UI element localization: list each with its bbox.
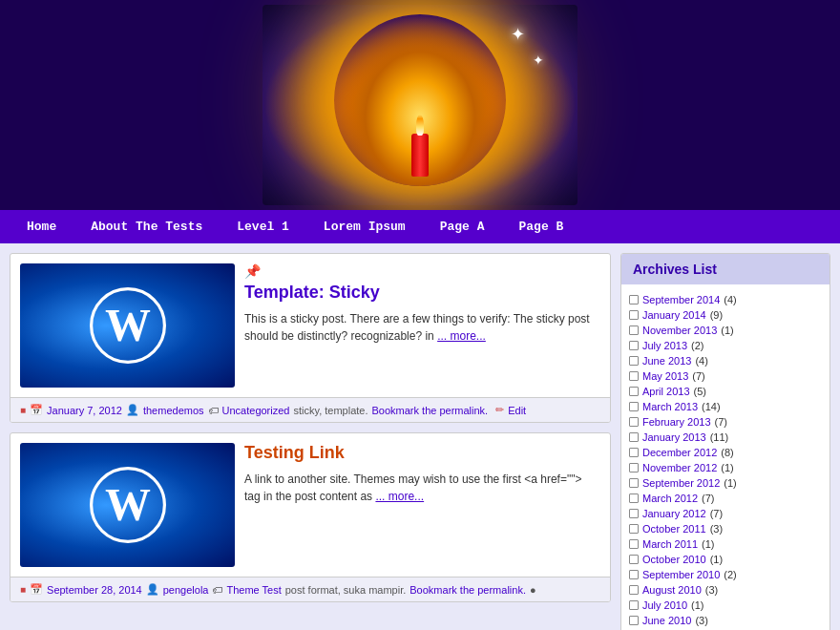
archive-list-item: February 2013 (7): [629, 414, 822, 430]
svg-text:W: W: [105, 479, 151, 530]
archive-link[interactable]: April 2013: [642, 386, 690, 397]
content-wrap: W 📌 Template: Sticky This is a sticky po…: [0, 243, 840, 630]
sticky-pin: 📌: [244, 263, 600, 279]
post-excerpt-2: A link to another site. Themes may wish …: [244, 471, 600, 505]
post-date-1[interactable]: January 7, 2012: [47, 405, 122, 416]
post-title-1[interactable]: Template: Sticky: [244, 283, 600, 303]
edit-link-1[interactable]: Edit: [508, 405, 526, 416]
meta-bullet-2: ●: [530, 584, 536, 596]
calendar-icon: [629, 326, 639, 335]
archive-list-item: June 2013 (4): [629, 353, 822, 368]
read-more-1[interactable]: ... more...: [437, 329, 486, 343]
archive-link[interactable]: March 2011: [642, 538, 698, 550]
archive-link[interactable]: January 2014: [642, 309, 706, 321]
meta-tags-2: post format, suka mampir.: [285, 584, 407, 596]
archive-link[interactable]: November 2012: [642, 462, 717, 473]
candle-flame: [416, 115, 424, 136]
archive-link[interactable]: August 2010: [642, 584, 702, 596]
post-testing-link: W Testing Link A link to another site. T…: [10, 432, 611, 602]
archive-link[interactable]: October 2010: [642, 554, 706, 565]
archive-link[interactable]: May 2013: [642, 370, 688, 382]
archive-list-item: July 2010 (1): [629, 598, 822, 613]
archive-count: (14): [702, 401, 721, 412]
archive-count: (1): [710, 554, 723, 565]
post-date-2[interactable]: September 28, 2014: [47, 584, 142, 596]
archive-list-item: December 2012 (8): [629, 445, 822, 460]
nav-item-pagea[interactable]: Page A: [423, 210, 502, 243]
read-more-2[interactable]: ... more...: [375, 490, 424, 503]
post-inner: W 📌 Template: Sticky This is a sticky po…: [10, 254, 610, 397]
post-title-2[interactable]: Testing Link: [244, 443, 600, 463]
calendar-icon: [629, 478, 639, 488]
meta-cal-2: 📅: [30, 583, 43, 596]
archive-count: (8): [721, 447, 733, 458]
archive-link[interactable]: July 2013: [642, 340, 687, 351]
candle-body: [411, 134, 429, 177]
archive-link[interactable]: March 2012: [642, 493, 698, 504]
post-bookmark-1[interactable]: Bookmark the permalink.: [372, 405, 489, 416]
wordpress-logo: W: [90, 287, 166, 364]
header-image: ✦ ✦: [262, 5, 578, 205]
archive-link[interactable]: March 2013: [642, 401, 698, 412]
archive-link[interactable]: December 2012: [642, 447, 717, 458]
archive-link[interactable]: September 2014: [642, 294, 720, 305]
archive-link[interactable]: January 2012: [642, 508, 706, 519]
post-bookmark-2[interactable]: Bookmark the permalink.: [410, 584, 526, 596]
archive-list-item: April 2013 (5): [629, 384, 822, 399]
widget-content-archives: September 2014 (4)January 2014 (9)Novemb…: [621, 284, 830, 630]
calendar-icon: [629, 524, 639, 534]
nav-link-pageb[interactable]: Page B: [502, 210, 581, 243]
archive-count: (1): [724, 477, 736, 489]
nav-item-about[interactable]: About The Tests: [74, 210, 220, 243]
archive-link[interactable]: June 2013: [642, 355, 691, 367]
archive-list-item: May 2013 (7): [629, 368, 822, 384]
archive-list-item: November 2012 (1): [629, 460, 822, 475]
archive-count: (3): [695, 615, 707, 626]
calendar-icon: [629, 494, 639, 503]
archive-link[interactable]: September 2012: [642, 477, 720, 489]
archive-list-item: August 2010 (3): [629, 582, 822, 598]
sidebar: Archives List September 2014 (4)January …: [620, 253, 830, 630]
post-sticky: W 📌 Template: Sticky This is a sticky po…: [10, 253, 611, 423]
calendar-icon: [629, 432, 639, 442]
calendar-icon: [629, 448, 639, 457]
post-meta-2: ■ 📅 September 28, 2014 👤 pengelola 🏷 The…: [10, 577, 610, 601]
meta-sep-2: 🏷: [208, 405, 219, 416]
archive-count: (5): [694, 386, 706, 397]
archive-link[interactable]: September 2010: [642, 569, 720, 580]
archive-count: (2): [724, 569, 736, 580]
archive-link[interactable]: November 2013: [642, 325, 717, 336]
archive-count: (7): [715, 416, 727, 428]
nav-link-pagea[interactable]: Page A: [423, 210, 502, 243]
nav-item-pageb[interactable]: Page B: [502, 210, 581, 243]
nav-item-level1[interactable]: Level 1: [220, 210, 306, 243]
nav-link-lorem[interactable]: Lorem Ipsum: [306, 210, 423, 243]
nav-link-about[interactable]: About The Tests: [74, 210, 220, 243]
post-author-2[interactable]: pengelola: [163, 584, 209, 596]
post-category-2[interactable]: Theme Test: [226, 584, 281, 596]
nav-link-level1[interactable]: Level 1: [220, 210, 306, 243]
nav-link-home[interactable]: Home: [10, 210, 74, 243]
archive-link[interactable]: July 2010: [642, 599, 687, 611]
archive-list-item: June 2010 (3): [629, 613, 822, 628]
archive-list-item: September 2014 (4): [629, 292, 822, 307]
archive-list-item: January 2014 (9): [629, 307, 822, 323]
calendar-icon: [629, 310, 639, 320]
post-thumbnail-2: W: [20, 443, 235, 567]
archive-link[interactable]: June 2010: [642, 615, 691, 626]
archive-count: (7): [710, 508, 723, 519]
post-category-1[interactable]: Uncategorized: [222, 405, 290, 416]
post-author-1[interactable]: themedemos: [143, 405, 204, 416]
widget-title-archives: Archives List: [621, 254, 830, 284]
calendar-icon: [629, 600, 639, 610]
calendar-icon: [629, 555, 639, 564]
archive-link[interactable]: October 2011: [642, 523, 706, 535]
archive-link[interactable]: January 2013: [642, 431, 706, 443]
archive-link[interactable]: February 2013: [642, 416, 711, 428]
nav-item-home[interactable]: Home: [10, 210, 74, 243]
archive-count: (1): [702, 538, 714, 550]
calendar-icon: [629, 402, 639, 411]
archive-count: (1): [721, 462, 733, 473]
archive-count: (3): [710, 523, 723, 535]
nav-item-lorem[interactable]: Lorem Ipsum: [306, 210, 423, 243]
